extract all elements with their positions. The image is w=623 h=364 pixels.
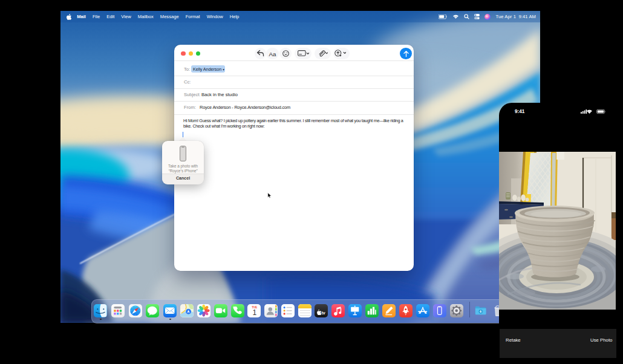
svg-text:tv: tv	[322, 311, 325, 315]
